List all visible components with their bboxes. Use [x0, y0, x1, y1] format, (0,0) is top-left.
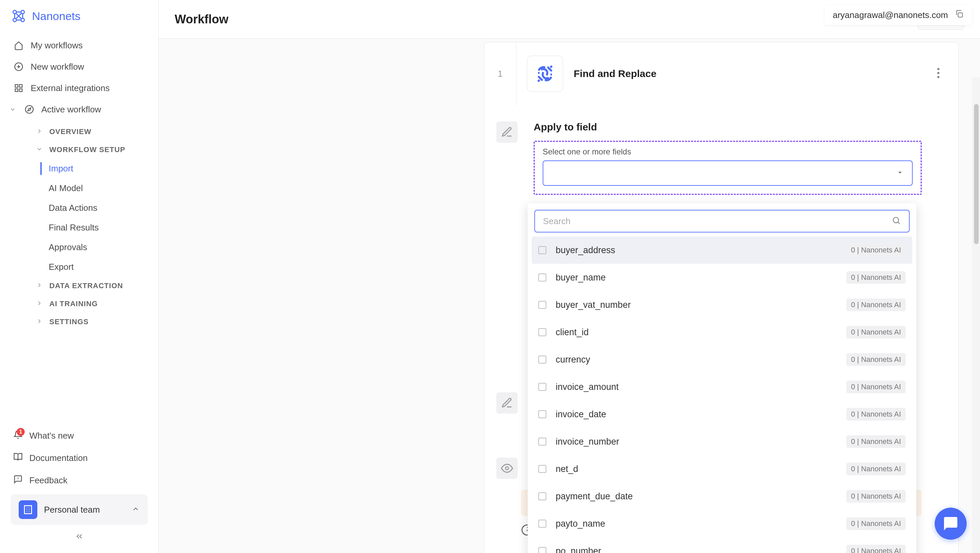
- checkbox[interactable]: [538, 328, 546, 336]
- chevron-right-icon: [36, 318, 44, 326]
- option-row[interactable]: invoice_date0 | Nanonets AI: [532, 401, 912, 428]
- checkbox[interactable]: [538, 355, 546, 363]
- checkbox[interactable]: [538, 410, 546, 418]
- svg-point-16: [893, 217, 899, 223]
- tree-data-extraction[interactable]: DATA EXTRACTION: [5, 277, 153, 295]
- option-label: buyer_address: [556, 245, 846, 255]
- copy-icon[interactable]: [955, 10, 964, 21]
- option-label: invoice_date: [556, 409, 846, 419]
- tree-item-final-results[interactable]: Final Results: [5, 218, 153, 237]
- checkbox[interactable]: [538, 274, 546, 282]
- chat-icon: [943, 516, 959, 532]
- svg-point-2: [13, 18, 16, 22]
- option-source-badge: 0 | Nanonets AI: [846, 298, 906, 311]
- edit-icon: [496, 392, 518, 414]
- checkbox[interactable]: [538, 246, 546, 254]
- tree-settings[interactable]: SETTINGS: [5, 313, 153, 331]
- nav-active-workflow[interactable]: Active workflow: [5, 99, 153, 120]
- edit-icon: [496, 121, 518, 143]
- option-source-badge: 0 | Nanonets AI: [846, 490, 906, 503]
- field-select-label: Select one or more fields: [542, 147, 913, 156]
- option-row[interactable]: payto_name0 | Nanonets AI: [532, 510, 912, 537]
- checkbox[interactable]: [538, 438, 546, 446]
- nav-external-integrations[interactable]: External integrations: [5, 77, 153, 99]
- svg-point-9: [25, 105, 33, 113]
- option-row[interactable]: client_id0 | Nanonets AI: [532, 319, 912, 346]
- page-title: Workflow: [175, 12, 228, 26]
- tree-item-import[interactable]: Import: [5, 159, 153, 178]
- tree-label: AI TRAINING: [49, 300, 98, 308]
- checkbox[interactable]: [538, 465, 546, 473]
- scrollbar-thumb[interactable]: [974, 104, 978, 244]
- dropdown-search[interactable]: [535, 210, 910, 233]
- whats-new[interactable]: 1 What's new: [5, 425, 153, 447]
- brand-logo-icon: [11, 8, 27, 24]
- option-source-badge: 0 | Nanonets AI: [846, 244, 906, 257]
- option-row[interactable]: payment_due_date0 | Nanonets AI: [532, 483, 912, 510]
- option-row[interactable]: invoice_amount0 | Nanonets AI: [532, 373, 912, 401]
- nav-new-workflow[interactable]: New workflow: [5, 56, 153, 77]
- option-label: buyer_name: [556, 273, 846, 283]
- building-icon: [19, 500, 37, 519]
- option-row[interactable]: net_d0 | Nanonets AI: [532, 455, 912, 483]
- chevron-right-icon: [36, 282, 44, 290]
- main-area: Workflow Sch aryanagrawal@nanonets.com 1…: [159, 0, 980, 553]
- tree-ai-training[interactable]: AI TRAINING: [5, 295, 153, 313]
- chat-fab[interactable]: [935, 508, 967, 540]
- step-menu-button[interactable]: [934, 65, 942, 82]
- brand-header[interactable]: Nanonets: [0, 0, 158, 32]
- collapse-sidebar-button[interactable]: [5, 528, 153, 545]
- email-tooltip: aryanagrawal@nanonets.com: [825, 5, 972, 25]
- option-row[interactable]: po_number0 | Nanonets AI: [532, 537, 912, 553]
- card-header: 1 Find and Replace: [484, 42, 958, 105]
- option-label: po_number: [556, 546, 846, 553]
- kebab-icon: [937, 68, 940, 78]
- svg-point-17: [506, 467, 509, 470]
- nav-my-workflows[interactable]: My workflows: [5, 35, 153, 56]
- tree-overview[interactable]: OVERVIEW: [5, 123, 153, 141]
- plus-circle-icon: [13, 61, 24, 72]
- option-source-badge: 0 | Nanonets AI: [846, 353, 906, 366]
- option-source-badge: 0 | Nanonets AI: [846, 381, 906, 393]
- option-row[interactable]: currency0 | Nanonets AI: [532, 346, 912, 373]
- chevron-up-icon: [132, 505, 140, 514]
- checkbox[interactable]: [538, 301, 546, 309]
- nav-label: External integrations: [31, 83, 110, 93]
- tree-item-approvals[interactable]: Approvals: [5, 237, 153, 257]
- step-title: Find and Replace: [574, 68, 656, 80]
- compass-icon: [24, 104, 35, 115]
- scrollbar-track[interactable]: [972, 77, 980, 553]
- option-label: invoice_number: [556, 437, 846, 447]
- feedback[interactable]: Feedback: [5, 469, 153, 492]
- tree-item-export[interactable]: Export: [5, 257, 153, 277]
- option-source-badge: 0 | Nanonets AI: [846, 545, 906, 553]
- nav-label: Feedback: [29, 475, 67, 486]
- team-switcher[interactable]: Personal team: [11, 494, 148, 525]
- book-icon: [13, 452, 23, 464]
- nav-label: Documentation: [29, 453, 88, 463]
- option-row[interactable]: buyer_address0 | Nanonets AI: [532, 236, 912, 264]
- option-row[interactable]: invoice_number0 | Nanonets AI: [532, 428, 912, 455]
- field-select-highlight: Select one or more fields: [534, 141, 922, 195]
- svg-point-13: [937, 68, 940, 70]
- tree-item-data-actions[interactable]: Data Actions: [5, 198, 153, 218]
- checkbox[interactable]: [538, 520, 546, 528]
- checkbox[interactable]: [538, 492, 546, 500]
- checkbox[interactable]: [538, 383, 546, 391]
- tree-workflow-setup[interactable]: WORKFLOW SETUP: [5, 141, 153, 159]
- search-input[interactable]: [543, 216, 892, 226]
- option-row[interactable]: buyer_name0 | Nanonets AI: [532, 264, 912, 291]
- card-body: Apply to field Select one or more fields: [484, 105, 958, 553]
- eye-icon: [496, 457, 518, 479]
- option-row[interactable]: buyer_vat_number0 | Nanonets AI: [532, 291, 912, 319]
- email-text: aryanagrawal@nanonets.com: [833, 10, 948, 20]
- tree-item-ai-model[interactable]: AI Model: [5, 178, 153, 198]
- documentation[interactable]: Documentation: [5, 447, 153, 469]
- tree-label: WORKFLOW SETUP: [49, 145, 125, 154]
- nav-label: New workflow: [31, 62, 84, 72]
- option-label: payto_name: [556, 519, 846, 529]
- svg-rect-7: [15, 89, 18, 91]
- checkbox[interactable]: [538, 547, 546, 553]
- field-multiselect[interactable]: [542, 161, 913, 186]
- grid-icon: [13, 83, 24, 93]
